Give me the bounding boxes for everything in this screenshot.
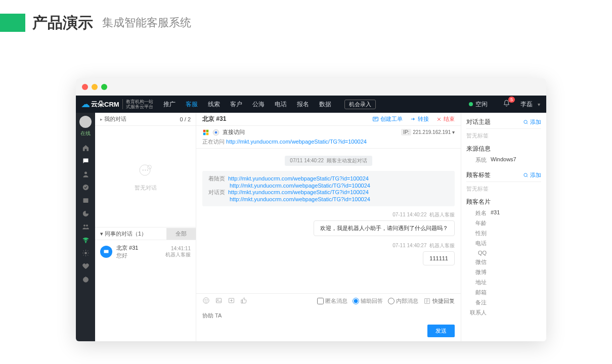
- details-panel: 对话主题 添加 暂无标签 来源信息 系统Windows7 顾客标签 添加 暂无标…: [461, 113, 546, 341]
- chat-scroll-area[interactable]: 07/11 14:40:22 顾客主动发起对话 着陆页http://mkt.yu…: [196, 149, 461, 293]
- svg-point-4: [82, 184, 88, 190]
- conv-time: 14:41:11: [165, 246, 191, 251]
- internal-msg-radio[interactable]: 内部消息: [388, 297, 418, 305]
- msg1-meta: 07-11 14:40:22 机器人客服: [202, 211, 455, 218]
- app-window: ☁ 云朵 CRM 教育机构一站式服务云平台 推广 客服 线索 客户 公海 电话 …: [76, 78, 546, 341]
- thumbs-up-icon[interactable]: [240, 297, 248, 305]
- landing-link-2[interactable]: http://mkt.yunduocrm.com/webpageStatic/T…: [230, 183, 370, 189]
- home-icon[interactable]: [76, 141, 95, 154]
- heart-icon[interactable]: [76, 259, 95, 272]
- nav-signup[interactable]: 报名: [292, 96, 314, 113]
- chat-panel: 北京 #31 创建工单 转接 结束 直接访问 IP: 221.219.162.1…: [196, 113, 461, 341]
- landing-link-1[interactable]: http://mkt.yunduocrm.com/webpageStatic/T…: [228, 175, 369, 181]
- empty-chat-icon: [137, 162, 155, 180]
- slide-title: 产品演示: [32, 13, 93, 33]
- nav-leads[interactable]: 线索: [203, 96, 225, 113]
- visiting-link[interactable]: http://mkt.yunduocrm.com/webpageStatic/T…: [226, 139, 367, 145]
- colleague-conv-label: 同事的对话（1）: [105, 230, 147, 238]
- power-icon[interactable]: [76, 272, 95, 286]
- check-circle-icon[interactable]: [76, 180, 95, 194]
- quick-reply-button[interactable]: 快捷回复: [423, 297, 455, 305]
- svg-point-6: [83, 224, 85, 226]
- chevron-down-icon[interactable]: ▾: [538, 102, 540, 107]
- bot-bubble-1: 欢迎，我是机器人小助手，请问遇到了什么问题吗？: [314, 220, 455, 236]
- status-text[interactable]: 空闲: [475, 100, 488, 109]
- svg-point-24: [203, 298, 209, 303]
- status-dot-icon: [469, 102, 473, 106]
- rail-avatar[interactable]: [79, 116, 92, 128]
- chat-link-1[interactable]: http://mkt.yunduocrm.com/webpageStatic/T…: [228, 189, 369, 195]
- svg-point-8: [85, 242, 85, 242]
- zoom-dot[interactable]: [101, 84, 107, 90]
- chat-icon[interactable]: [76, 154, 95, 167]
- bot-bubble-2: 111111: [423, 251, 455, 265]
- conv-title: 北京 #31: [116, 244, 165, 252]
- gear-icon[interactable]: [76, 246, 95, 259]
- visitor-ip: IP: 221.219.162.191 ▾: [401, 129, 455, 135]
- anon-msg-check[interactable]: 匿名消息: [317, 297, 347, 305]
- svg-point-1: [85, 160, 85, 160]
- svg-point-32: [524, 173, 527, 176]
- wifi-icon[interactable]: [76, 233, 95, 246]
- nav-promo[interactable]: 推广: [158, 96, 181, 113]
- emoji-icon[interactable]: [202, 297, 210, 305]
- logo-crm: CRM: [104, 101, 119, 108]
- nav-data[interactable]: 数据: [314, 96, 336, 113]
- send-button[interactable]: 发送: [427, 325, 455, 337]
- logo-text: 云朵: [91, 100, 104, 109]
- image-icon[interactable]: [215, 297, 223, 305]
- end-chat-button[interactable]: 结束: [436, 115, 455, 123]
- svg-point-23: [215, 131, 217, 133]
- nav-phone[interactable]: 电话: [270, 96, 292, 113]
- nav-opportunity[interactable]: 机会录入: [336, 96, 381, 113]
- bell-icon[interactable]: 5: [503, 100, 510, 109]
- filter-all-button[interactable]: 全部: [166, 228, 196, 240]
- svg-point-2: [86, 160, 86, 160]
- inbox-icon[interactable]: [76, 194, 95, 207]
- minimize-dot[interactable]: [92, 84, 98, 90]
- msg2-meta: 07-11 14:40:27 机器人客服: [202, 242, 455, 249]
- current-user[interactable]: 李磊: [520, 100, 533, 109]
- my-conv-label: 我的对话: [104, 116, 126, 122]
- topic-empty: 暂无标签: [466, 132, 541, 140]
- svg-rect-27: [216, 298, 222, 303]
- conv-agent: 机器人客服: [165, 251, 191, 258]
- colleague-conv-header[interactable]: ▾ 同事的对话（1） 全部: [95, 227, 196, 240]
- chat-title: 北京 #31: [202, 115, 226, 123]
- rail-online-label: 在线: [80, 130, 91, 137]
- people-icon[interactable]: [76, 220, 95, 233]
- attach-icon[interactable]: [228, 297, 235, 305]
- svg-point-13: [143, 169, 144, 170]
- create-ticket-button[interactable]: 创建工单: [372, 115, 403, 123]
- nav-customers[interactable]: 客户: [225, 96, 247, 113]
- person-icon[interactable]: [76, 167, 95, 180]
- svg-point-28: [217, 299, 218, 300]
- conv-preview: 您好: [116, 252, 165, 259]
- svg-rect-21: [206, 132, 209, 135]
- sys-label: 系统: [466, 156, 487, 164]
- svg-rect-5: [83, 198, 88, 203]
- my-conv-header[interactable]: ▸ 我的对话 0 / 2: [95, 113, 196, 126]
- conversation-item[interactable]: 北京 #31 您好 14:41:11 机器人客服: [95, 240, 196, 263]
- add-topic-button[interactable]: 添加: [523, 118, 541, 126]
- empty-text: 暂无对话: [135, 184, 157, 192]
- assist-reply-radio[interactable]: 辅助回答: [353, 297, 383, 305]
- chrome-icon: [212, 129, 220, 136]
- add-tag-button[interactable]: 添加: [523, 171, 541, 179]
- sys-value: Windows7: [491, 156, 516, 164]
- conversation-sidebar: ▸ 我的对话 0 / 2 暂无对话 ▾ 同事的对话（1） 全部 北京 #31 您…: [95, 113, 196, 341]
- tags-empty: 暂无标签: [466, 185, 541, 193]
- record-button[interactable]: 机会录入: [344, 100, 376, 109]
- pie-icon[interactable]: [76, 207, 95, 220]
- chat-link-2[interactable]: http://mkt.yunduocrm.com/webpageStatic/T…: [230, 196, 370, 202]
- svg-rect-19: [206, 129, 209, 132]
- nav-pool[interactable]: 公海: [247, 96, 270, 113]
- message-input[interactable]: [202, 308, 455, 323]
- icon-rail: 在线: [76, 113, 95, 341]
- nav-service[interactable]: 客服: [181, 96, 203, 113]
- visit-type: 直接访问: [223, 128, 245, 136]
- svg-point-25: [205, 300, 205, 300]
- close-dot[interactable]: [82, 84, 88, 90]
- transfer-button[interactable]: 转接: [410, 115, 429, 123]
- cloud-icon: ☁: [81, 99, 90, 110]
